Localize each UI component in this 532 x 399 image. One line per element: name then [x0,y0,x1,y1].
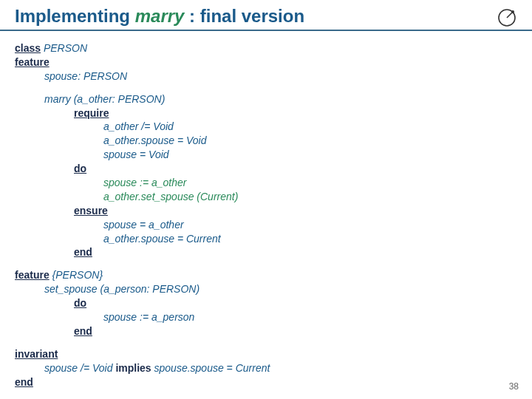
svg-point-2 [511,10,514,13]
code-line: class PERSON [15,41,517,55]
kw-end: end [74,325,92,337]
code-line: end [15,324,517,338]
blank-line [15,83,517,92]
code-line: require [15,106,517,120]
code-line: do [15,296,517,310]
kw-do: do [74,163,86,174]
code-line: spouse: PERSON [15,69,517,83]
code-line: spouse := a_other [15,176,517,190]
kw-end: end [15,376,33,388]
kw-implies: implies [115,362,151,374]
eiffel-logo-icon [497,7,517,31]
code-visibility: {PERSON} [52,269,103,281]
code-block: class PERSON feature spouse: PERSON marr… [0,31,532,399]
code-line: do [15,162,517,176]
code-line: a_other.spouse = Current [15,232,517,246]
code-line: end [15,245,517,259]
kw-require: require [74,107,109,119]
kw-ensure: ensure [74,205,108,216]
code-line: spouse = Void [15,148,517,162]
code-ident: PERSON [44,42,87,54]
code-line: end [15,375,517,389]
title-post: : final version [184,6,304,26]
page-title: Implementing marry : final version [15,6,517,27]
code-line: marry (a_other: PERSON) [15,92,517,106]
code-line: set_spouse (a_person: PERSON) [15,282,517,296]
code-line: spouse /= Void implies spouse.spouse = C… [15,361,517,375]
page-number: 38 [509,381,519,392]
code-line: feature {PERSON} [15,268,517,282]
kw-feature: feature [15,269,50,281]
blank-line [15,259,517,268]
code-line: spouse = a_other [15,218,517,232]
blank-line [15,338,517,347]
code-expr: spouse /= Void [44,362,115,374]
code-line: feature [15,55,517,69]
code-line: spouse := a_person [15,310,517,324]
kw-feature: feature [15,56,50,68]
title-pre: Implementing [15,6,135,26]
kw-do: do [74,297,86,309]
code-line: ensure [15,204,517,218]
code-line: invariant [15,347,517,361]
slide-header: Implementing marry : final version [0,0,532,31]
code-line: a_other.set_spouse (Current) [15,190,517,204]
code-line: a_other /= Void [15,120,517,134]
code-expr: spouse.spouse = Current [151,362,270,374]
kw-class: class [15,42,41,54]
kw-end: end [74,246,92,258]
code-line: a_other.spouse = Void [15,134,517,148]
kw-invariant: invariant [15,348,58,360]
title-em: marry [135,6,185,26]
